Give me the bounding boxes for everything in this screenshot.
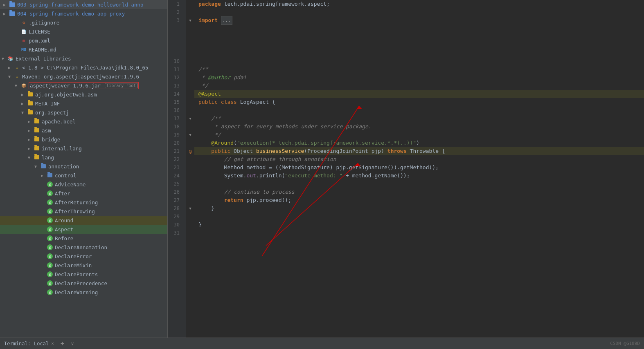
sidebar-item-lang[interactable]: ▼ lang [0, 153, 167, 162]
close-tab-icon[interactable]: ✕ [51, 341, 54, 346]
sidebar-item-DeclareError[interactable]: @ DeclareError [0, 252, 167, 261]
sidebar-item-license[interactable]: 📄 LICENSE [0, 27, 167, 36]
sidebar-item-AdviceName[interactable]: @ AdviceName [0, 180, 167, 189]
sidebar-item-Before[interactable]: @ Before [0, 234, 167, 243]
DeclareAnnotation-label: DeclareAnnotation [55, 244, 107, 251]
sidebar-item-extlibs[interactable]: ▼ 📚 External Libraries [0, 54, 167, 63]
sidebar-item-bridge[interactable]: ▶ bridge [0, 135, 167, 144]
code-line-24: System.out.println("execute method: " + … [194, 172, 644, 180]
sidebar-item-aj-asm[interactable]: ▶ aj.org.objectweb.asm [0, 90, 167, 99]
terminal-tab[interactable]: Terminal: Local ✕ [4, 341, 54, 347]
class-icon: @ [47, 226, 53, 233]
add-terminal-button[interactable]: + [61, 340, 65, 347]
license-label: LICENSE [29, 29, 50, 35]
file-tree[interactable]: ▶ 003-spring-framework-demo-helloworld-a… [0, 0, 168, 338]
AdviceName-label: AdviceName [55, 181, 86, 188]
sidebar-item-pom[interactable]: m pom.xml [0, 36, 167, 45]
code-line-1: package tech.pdai.springframework.aspect… [194, 0, 644, 8]
sidebar-item-control[interactable]: ▶ control [0, 171, 167, 180]
code-line-27: return pjp.proceed(); [194, 196, 644, 204]
ln-2: 2 [168, 8, 183, 16]
sidebar-item-spring004[interactable]: ▶ 004-spring-framework-demo-aop-proxy [0, 9, 167, 18]
sidebar-item-spring003[interactable]: ▶ 003-spring-framework-demo-helloworld-a… [0, 0, 167, 9]
readme-label: README.md [29, 47, 56, 53]
class-icon: @ [47, 181, 53, 188]
ln-19: 19 [168, 131, 183, 139]
ln-21: 21 [168, 147, 183, 155]
code-line-11: /** [194, 65, 644, 74]
gitignore-label: .gitignore [29, 20, 59, 26]
sidebar-item-maven-aspectj[interactable]: ▼ ☕ Maven: org.aspectj:aspectjweaver:1.9… [0, 72, 167, 81]
code-line-29 [194, 213, 644, 221]
fold-icon-17[interactable]: ▼ [189, 116, 191, 121]
ln-26: 26 [168, 188, 183, 196]
sidebar-item-Aspect[interactable]: @ Aspect [0, 225, 167, 234]
code-line-21: public Object businessService(Proceeding… [194, 147, 644, 155]
ln-25: 25 [168, 180, 183, 188]
fold-icon-3[interactable]: ▼ [189, 18, 191, 22]
fold-widget-3[interactable]: ... [221, 16, 232, 25]
sidebar-item-Around[interactable]: @ Around [0, 216, 167, 225]
fold-icon-19[interactable]: ▼ [189, 133, 191, 137]
code-line-14: @Aspect [194, 90, 644, 98]
folder-icon [9, 10, 16, 17]
chevron-down-icon: ▼ [28, 155, 34, 160]
sidebar-item-After[interactable]: @ After [0, 189, 167, 198]
sidebar-item-meta-inf[interactable]: ▶ META-INF [0, 99, 167, 108]
sidebar-item-DeclarePrecedence[interactable]: @ DeclarePrecedence [0, 279, 167, 288]
DeclareMixin-label: DeclareMixin [55, 262, 92, 268]
sidebar-item-internal-lang[interactable]: ▶ internal.lang [0, 144, 167, 153]
class-icon: @ [47, 262, 53, 268]
folder-icon [34, 145, 40, 152]
sidebar-item-org-aspectj[interactable]: ▼ org.aspectj [0, 108, 167, 117]
sidebar-item-gitignore[interactable]: ⚙ .gitignore [0, 18, 167, 27]
ln-14: 14 [168, 90, 183, 98]
ln-20: 20 [168, 139, 183, 147]
sidebar-item-readme[interactable]: MD README.md [0, 45, 167, 54]
sidebar-item-jdk[interactable]: ▶ ☕ < 1.8 > C:\Program Files\Java\jdk1.8… [0, 63, 167, 72]
sidebar-item-DeclareMixin[interactable]: @ DeclareMixin [0, 261, 167, 270]
org-aspectj-label: org.aspectj [35, 110, 69, 116]
code-line-19: */ [194, 131, 644, 139]
code-area[interactable]: 1 2 3 10 11 12 13 14 15 16 17 18 19 20 2… [168, 0, 644, 338]
sidebar-item-annotation[interactable]: ▼ annotation [0, 162, 167, 171]
terminal-dropdown-icon[interactable]: ∨ [71, 341, 74, 347]
code-line-10 [194, 57, 644, 65]
fold-icon-28[interactable]: ▼ [189, 206, 191, 210]
ln-17: 17 [168, 114, 183, 123]
sidebar-item-asm[interactable]: ▶ asm [0, 126, 167, 135]
annotation-label: annotation [48, 163, 79, 170]
chevron-down-icon: ▼ [8, 74, 14, 79]
at-marker: @ [186, 147, 194, 155]
DeclareWarning-label: DeclareWarning [55, 289, 98, 295]
library-root-badge: library root [105, 83, 137, 88]
pom-icon: m [20, 37, 27, 44]
ln-18: 18 [168, 123, 183, 131]
code-gap [194, 25, 644, 57]
control-label: control [55, 172, 77, 179]
chevron-right-icon: ▶ [28, 146, 34, 151]
folder-icon [34, 118, 40, 125]
code-content[interactable]: package tech.pdai.springframework.aspect… [194, 0, 644, 338]
ln-29: 29 [168, 213, 183, 221]
class-icon: @ [47, 289, 53, 295]
sidebar-item-apache-bcel[interactable]: ▶ apache.bcel [0, 117, 167, 126]
sidebar-item-DeclareWarning[interactable]: @ DeclareWarning [0, 288, 167, 297]
extlibs-label: External Libraries [16, 56, 71, 62]
chevron-right-icon: ▶ [3, 11, 9, 16]
sidebar-item-AfterThrowing[interactable]: @ AfterThrowing [0, 207, 167, 216]
sidebar-item-aspectjar[interactable]: ▼ 📦 aspectjweaver-1.9.6.jar library root [0, 81, 167, 90]
code-line-3: import ... [194, 16, 644, 25]
code-line-22: // get attribute through annotation [194, 155, 644, 163]
AfterThrowing-label: AfterThrowing [55, 208, 95, 215]
sidebar-item-AfterReturning[interactable]: @ AfterReturning [0, 198, 167, 207]
code-line-20: @Around("execution(* tech.pdai.springfra… [194, 139, 644, 147]
Before-label: Before [55, 235, 73, 242]
sidebar-item-DeclareAnnotation[interactable]: @ DeclareAnnotation [0, 243, 167, 252]
folder-icon [34, 154, 40, 161]
asm-label: asm [42, 128, 51, 134]
watermark: CSDN @G189D [610, 341, 640, 346]
ln-27: 27 [168, 196, 183, 204]
sidebar-item-DeclareParents[interactable]: @ DeclareParents [0, 270, 167, 279]
code-line-16 [194, 106, 644, 114]
